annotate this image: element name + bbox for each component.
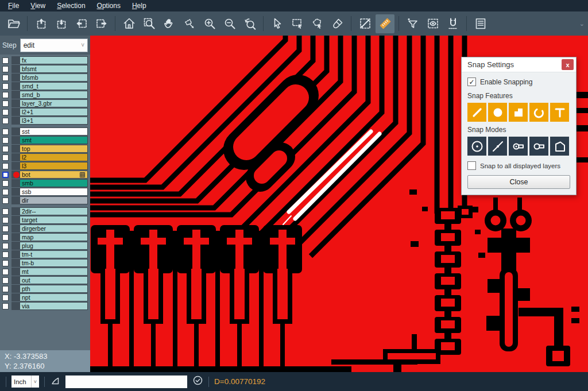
enable-snapping-checkbox[interactable]: ✓ xyxy=(467,78,476,86)
layer-row-top[interactable]: top xyxy=(0,145,90,153)
snap-feature-line-button[interactable] xyxy=(467,103,486,122)
layer-row-via[interactable]: via xyxy=(0,302,90,310)
measure-ruler-icon[interactable] xyxy=(376,14,394,33)
menu-selection[interactable]: Selection xyxy=(51,1,91,11)
layer-row-smd_b[interactable]: smd_b xyxy=(0,91,90,99)
enable-snapping-row[interactable]: ✓ Enable Snapping xyxy=(467,78,570,86)
snap-mode-slot-key-button[interactable] xyxy=(509,137,528,156)
import-right-icon[interactable] xyxy=(92,14,111,33)
clean-brush-icon[interactable] xyxy=(328,14,347,33)
layer-row-bfsmb[interactable]: bfsmb xyxy=(0,73,90,82)
layer-checkbox[interactable] xyxy=(2,57,9,64)
layer-row-bfsmt[interactable]: bfsmt xyxy=(0,65,90,73)
layer-checkbox[interactable] xyxy=(2,163,9,169)
layer-row-mt[interactable]: mt xyxy=(0,268,90,276)
layer-checkbox[interactable] xyxy=(2,189,9,195)
layer-row-dir[interactable]: dir xyxy=(0,196,90,204)
layer-checkbox[interactable] xyxy=(2,243,9,249)
layer-row-target[interactable]: target xyxy=(0,216,90,224)
snap-mode-point-on-line-button[interactable] xyxy=(488,137,507,156)
close-button[interactable]: Close xyxy=(467,175,570,189)
angle-corner-icon[interactable] xyxy=(50,375,60,388)
layer-row-l3[interactable]: l3 xyxy=(0,162,90,170)
snap-feature-surface-button[interactable] xyxy=(509,103,528,122)
select-polygon-icon[interactable] xyxy=(308,14,327,33)
layer-checkbox[interactable] xyxy=(2,208,9,215)
pcb-canvas[interactable]: Snap Settings x ✓ Enable Snapping Snap F… xyxy=(90,36,588,372)
layer-checkbox[interactable] xyxy=(2,75,9,81)
layer-row-map[interactable]: map xyxy=(0,233,90,241)
dialog-titlebar[interactable]: Snap Settings x xyxy=(462,57,576,72)
layer-row-smt[interactable]: smt xyxy=(0,136,90,144)
layer-row-tm-t[interactable]: tm-t xyxy=(0,250,90,258)
import-bottom-icon[interactable] xyxy=(52,14,71,33)
layer-checkbox[interactable] xyxy=(2,129,9,135)
unit-select[interactable]: Inch ˅ xyxy=(11,375,39,388)
zoom-window-icon[interactable] xyxy=(140,14,158,33)
layer-row-l2+1[interactable]: l2+1 xyxy=(0,108,90,116)
close-icon[interactable]: x xyxy=(562,59,574,70)
snap-mode-profile-button[interactable] xyxy=(550,137,569,156)
snap-all-layers-checkbox[interactable] xyxy=(467,161,476,170)
filter-icon[interactable] xyxy=(403,14,422,33)
layer-checkbox[interactable] xyxy=(2,260,9,266)
layer-row-smd_t[interactable]: smd_t xyxy=(0,82,90,90)
sync-check-icon[interactable] xyxy=(192,375,203,388)
zoom-out-icon[interactable] xyxy=(220,14,239,33)
layer-checkbox[interactable] xyxy=(2,180,9,187)
home-icon[interactable] xyxy=(119,14,138,33)
layer-checkbox[interactable] xyxy=(2,154,9,161)
select-pointer-icon[interactable] xyxy=(268,14,287,33)
layer-row-layer_3.gbr[interactable]: layer_3.gbr xyxy=(0,99,90,107)
layer-checkbox[interactable] xyxy=(2,172,9,178)
layer-checkbox[interactable] xyxy=(2,303,9,309)
layer-row-out[interactable]: out xyxy=(0,276,90,284)
folder-open-icon[interactable] xyxy=(4,14,23,33)
layer-row-l3+1[interactable]: l3+1 xyxy=(0,117,90,125)
step-select[interactable]: edit ˅ xyxy=(20,38,88,52)
layer-checkbox[interactable] xyxy=(2,137,9,144)
zoom-previous-icon[interactable] xyxy=(240,14,259,33)
import-left-icon[interactable] xyxy=(72,14,91,33)
snap-mode-slot-button[interactable] xyxy=(529,137,548,156)
layer-row-sst[interactable]: sst xyxy=(0,127,90,136)
layer-checkbox[interactable] xyxy=(2,118,9,124)
layer-checkbox[interactable] xyxy=(2,286,9,292)
layer-row-2dir--[interactable]: 2dir-- xyxy=(0,207,90,215)
toolbar-overflow-icon[interactable]: ⌄ xyxy=(579,20,585,28)
layer-checkbox[interactable] xyxy=(2,234,9,241)
layer-row-fx[interactable]: fx xyxy=(0,56,90,64)
layer-row-l2[interactable]: l2 xyxy=(0,153,90,161)
snap-all-layers-row[interactable]: Snap to all displayed layers xyxy=(467,161,570,170)
menu-view[interactable]: View xyxy=(25,1,51,11)
layer-checkbox[interactable] xyxy=(2,269,9,275)
zoom-in-icon[interactable] xyxy=(200,14,219,33)
command-input[interactable] xyxy=(65,375,187,388)
measure-line-icon[interactable] xyxy=(355,14,374,33)
layer-checkbox[interactable] xyxy=(2,92,9,98)
layer-checkbox[interactable] xyxy=(2,217,9,223)
layer-checkbox[interactable] xyxy=(2,251,9,258)
layer-checkbox[interactable] xyxy=(2,83,9,90)
import-top-icon[interactable] xyxy=(32,14,51,33)
layer-checkbox[interactable] xyxy=(2,66,9,72)
layer-checkbox[interactable] xyxy=(2,100,9,107)
layer-row-bot[interactable]: bot xyxy=(0,171,90,179)
view-window-icon[interactable] xyxy=(423,14,442,33)
layer-row-dirgerber[interactable]: dirgerber xyxy=(0,224,90,233)
snap-magnet-icon[interactable] xyxy=(443,14,462,33)
snap-mode-center-button[interactable] xyxy=(467,137,486,156)
layer-row-tm-b[interactable]: tm-b xyxy=(0,259,90,267)
menu-help[interactable]: Help xyxy=(126,1,152,11)
layer-checkbox[interactable] xyxy=(2,277,9,284)
select-rectangle-icon[interactable] xyxy=(288,14,307,33)
snap-feature-text-button[interactable] xyxy=(550,103,569,122)
layer-checkbox[interactable] xyxy=(2,295,9,301)
report-list-icon[interactable] xyxy=(471,14,490,33)
menu-options[interactable]: Options xyxy=(91,1,126,11)
layer-checkbox[interactable] xyxy=(2,226,9,232)
layer-row-smb[interactable]: smb xyxy=(0,179,90,187)
layer-checkbox[interactable] xyxy=(2,146,9,152)
layer-checkbox[interactable] xyxy=(2,198,9,204)
layer-row-plug[interactable]: plug xyxy=(0,242,90,250)
